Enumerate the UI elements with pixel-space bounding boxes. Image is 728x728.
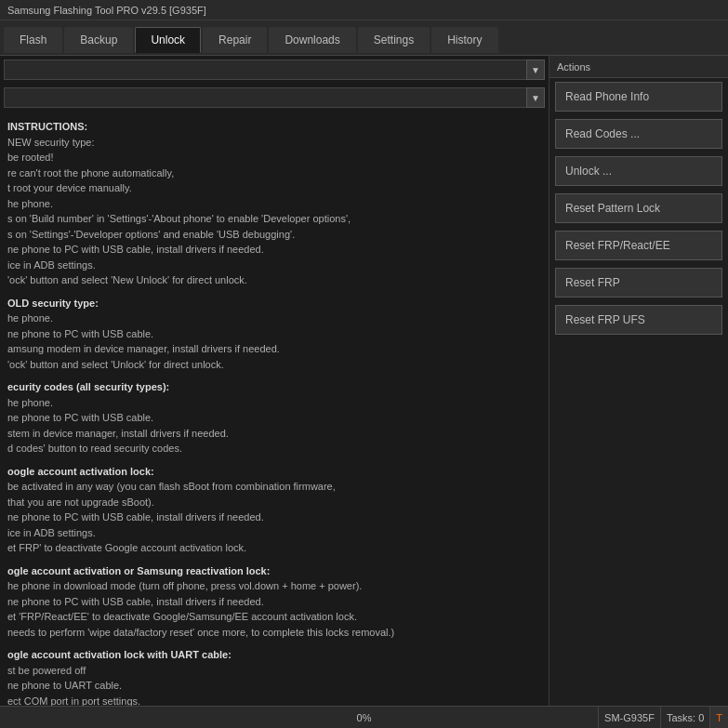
actions-header: Actions bbox=[549, 56, 728, 78]
tab-repair[interactable]: Repair bbox=[203, 27, 267, 53]
reset-frp-ufs-button[interactable]: Reset FRP UFS bbox=[555, 305, 722, 335]
instructions-title: INSTRUCTIONS: bbox=[7, 121, 87, 132]
progress-text: 0% bbox=[357, 712, 372, 723]
device-badge: SM-G935F bbox=[598, 707, 660, 729]
corner-badge: T bbox=[709, 707, 728, 729]
reset-frp-button[interactable]: Reset FRP bbox=[555, 268, 722, 298]
right-panel: Actions Read Phone Info Read Codes ... U… bbox=[549, 56, 728, 706]
dropdown-2[interactable] bbox=[4, 87, 545, 108]
main-area: ▼ ▼ INSTRUCTIONS: NEW security type: be … bbox=[0, 56, 728, 706]
dropdown-row-1: ▼ bbox=[0, 56, 549, 84]
tab-flash[interactable]: Flash bbox=[4, 27, 62, 53]
tab-settings[interactable]: Settings bbox=[358, 27, 430, 53]
dropdown-1[interactable] bbox=[4, 60, 545, 80]
dropdown-container-2: ▼ bbox=[4, 87, 545, 108]
reset-pattern-lock-button[interactable]: Reset Pattern Lock bbox=[555, 193, 722, 223]
reset-frp-react-ee-button[interactable]: Reset FRP/React/EE bbox=[555, 231, 722, 260]
read-phone-info-button[interactable]: Read Phone Info bbox=[555, 82, 722, 112]
read-codes-button[interactable]: Read Codes ... bbox=[555, 119, 722, 149]
status-bar: 0% SM-G935F Tasks: 0 T bbox=[0, 706, 728, 728]
actions-label: Actions bbox=[557, 61, 590, 73]
instructions-area: INSTRUCTIONS: NEW security type: be root… bbox=[0, 112, 549, 706]
status-right: SM-G935F Tasks: 0 T bbox=[598, 707, 728, 729]
title-bar: Samsung Flashing Tool PRO v29.5 [G935F] bbox=[0, 0, 728, 20]
tab-bar: Flash Backup Unlock Repair Downloads Set… bbox=[0, 20, 728, 56]
dropdown-row-2: ▼ bbox=[0, 84, 549, 112]
left-panel: ▼ ▼ INSTRUCTIONS: NEW security type: be … bbox=[0, 56, 549, 706]
unlock-button[interactable]: Unlock ... bbox=[555, 156, 722, 186]
tab-backup[interactable]: Backup bbox=[64, 27, 133, 53]
dropdown-container-1: ▼ bbox=[4, 60, 545, 80]
tab-unlock[interactable]: Unlock bbox=[135, 27, 201, 53]
window-title: Samsung Flashing Tool PRO v29.5 [G935F] bbox=[7, 5, 206, 16]
tasks-badge: Tasks: 0 bbox=[660, 707, 709, 729]
tab-downloads[interactable]: Downloads bbox=[269, 27, 355, 53]
tab-history[interactable]: History bbox=[431, 27, 497, 53]
